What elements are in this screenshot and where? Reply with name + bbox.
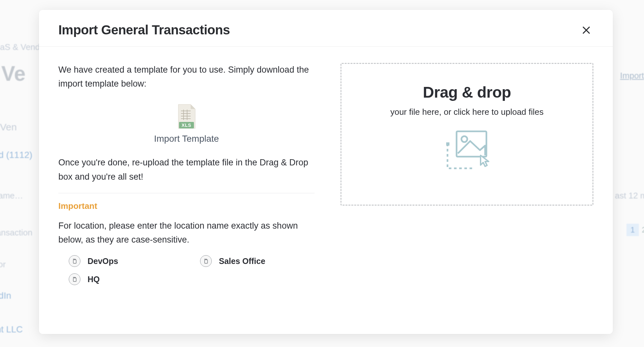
list-item: Sales Office bbox=[197, 255, 315, 267]
important-body: For location, please enter the location … bbox=[58, 219, 315, 247]
svg-rect-11 bbox=[205, 260, 208, 263]
bg-import-link: Import bbox=[620, 71, 644, 81]
svg-point-13 bbox=[461, 136, 467, 142]
upload-panel: Drag & drop your file here, or click her… bbox=[340, 63, 593, 324]
dropzone-title: Drag & drop bbox=[423, 83, 511, 101]
intro-text: We have created a template for you to us… bbox=[58, 63, 315, 91]
modal-title: Import General Transactions bbox=[58, 23, 230, 37]
list-item: DevOps bbox=[66, 255, 183, 267]
upload-image-icon bbox=[441, 129, 493, 173]
file-dropzone[interactable]: Drag & drop your file here, or click her… bbox=[340, 63, 593, 206]
bg-sidebar-item: Ven bbox=[0, 122, 17, 133]
close-button[interactable] bbox=[579, 23, 593, 37]
close-icon bbox=[581, 25, 591, 35]
template-label: Import Template bbox=[154, 134, 219, 144]
xls-badge-text: XLS bbox=[182, 123, 191, 128]
modal-header: Import General Transactions bbox=[39, 10, 613, 47]
divider bbox=[58, 193, 315, 193]
bg-right-tail: ast 12 m bbox=[615, 191, 644, 201]
xls-file-icon: XLS bbox=[176, 104, 197, 130]
bg-page-heading: & Ve bbox=[0, 62, 26, 86]
location-list-col2: Sales Office bbox=[190, 255, 315, 292]
location-name: HQ bbox=[88, 275, 100, 284]
download-template-button[interactable]: XLS Import Template bbox=[58, 104, 315, 144]
bg-breadcrumb: aS & Vend bbox=[0, 42, 40, 52]
bg-sidebar-item: Int LLC bbox=[0, 324, 23, 335]
copy-icon[interactable] bbox=[69, 273, 80, 285]
svg-rect-12 bbox=[457, 131, 486, 157]
bg-pagination-active: 1 bbox=[626, 224, 639, 236]
import-transactions-modal: Import General Transactions We have crea… bbox=[39, 10, 613, 334]
list-item: HQ bbox=[66, 273, 183, 285]
bg-sidebar-item: name… bbox=[0, 191, 23, 201]
dropzone-subtitle: your file here, or click here to upload … bbox=[390, 107, 544, 117]
bg-sidebar-item: ransaction bbox=[0, 228, 32, 238]
copy-icon[interactable] bbox=[69, 255, 80, 267]
svg-rect-14 bbox=[446, 142, 449, 146]
copy-icon[interactable] bbox=[200, 255, 212, 267]
followup-text: Once you're done, re-upload the template… bbox=[58, 156, 315, 184]
instructions-panel: We have created a template for you to us… bbox=[58, 63, 315, 324]
bg-sidebar-item: ed (1112) bbox=[0, 150, 32, 160]
svg-rect-10 bbox=[73, 278, 76, 281]
bg-sidebar-item: edIn bbox=[0, 291, 11, 301]
location-name: Sales Office bbox=[219, 257, 265, 266]
bg-pagination-next: 2 bbox=[641, 224, 644, 236]
location-list-col1: DevOps HQ bbox=[58, 255, 183, 292]
modal-body: We have created a template for you to us… bbox=[39, 47, 613, 334]
svg-rect-9 bbox=[73, 260, 76, 263]
location-lists: DevOps HQ bbox=[58, 255, 315, 292]
bg-sidebar-item: dor bbox=[0, 259, 6, 269]
location-name: DevOps bbox=[88, 257, 118, 266]
important-heading: Important bbox=[58, 201, 315, 211]
